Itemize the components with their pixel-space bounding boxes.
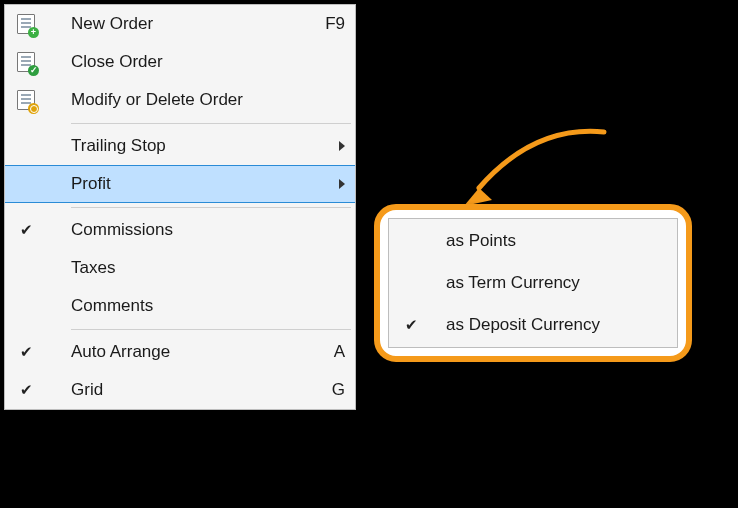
submenu-arrow-icon xyxy=(339,179,345,189)
gear-badge-icon xyxy=(28,103,39,114)
menu-item-label: Comments xyxy=(47,296,345,316)
menu-inner: + New Order F9 ✓ Close Order Modify or D… xyxy=(5,5,355,409)
icon-slot: ✓ xyxy=(5,43,47,81)
check-slot: ✔ xyxy=(5,333,47,371)
menu-item-commissions[interactable]: ✔ Commissions xyxy=(5,211,355,249)
icon-slot xyxy=(5,127,47,165)
check-slot: ✔ xyxy=(390,304,432,346)
check-slot xyxy=(390,220,432,262)
menu-item-profit[interactable]: Profit xyxy=(5,165,355,203)
menu-item-auto-arrange[interactable]: ✔ Auto Arrange A xyxy=(5,333,355,371)
icon-slot xyxy=(5,81,47,119)
menu-item-shortcut: A xyxy=(334,342,345,362)
submenu-item-label: as Points xyxy=(432,231,666,251)
menu-item-shortcut: G xyxy=(332,380,345,400)
checkmark-icon: ✔ xyxy=(405,316,418,334)
context-menu: + New Order F9 ✓ Close Order Modify or D… xyxy=(4,4,356,410)
menu-item-label: Commissions xyxy=(47,220,345,240)
check-slot: ✔ xyxy=(5,371,47,409)
document-check-icon: ✓ xyxy=(17,52,35,72)
menu-item-trailing-stop[interactable]: Trailing Stop xyxy=(5,127,355,165)
check-slot: ✔ xyxy=(5,211,47,249)
menu-item-label: New Order xyxy=(47,14,325,34)
menu-separator xyxy=(5,325,355,333)
callout-border: as Points as Term Currency ✔ as Deposit … xyxy=(374,204,692,362)
menu-item-taxes[interactable]: Taxes xyxy=(5,249,355,287)
plus-badge-icon: + xyxy=(28,27,39,38)
document-gear-icon xyxy=(17,90,35,110)
submenu-item-as-term-currency[interactable]: as Term Currency xyxy=(390,262,676,304)
menu-item-label: Taxes xyxy=(47,258,345,278)
submenu-item-label: as Deposit Currency xyxy=(432,315,666,335)
check-slot xyxy=(390,262,432,304)
profit-submenu: as Points as Term Currency ✔ as Deposit … xyxy=(388,218,678,348)
checkmark-icon: ✔ xyxy=(20,381,33,399)
document-plus-icon: + xyxy=(17,14,35,34)
menu-item-comments[interactable]: Comments xyxy=(5,287,355,325)
profit-submenu-callout: as Points as Term Currency ✔ as Deposit … xyxy=(374,204,692,362)
check-badge-icon: ✓ xyxy=(28,65,39,76)
menu-item-grid[interactable]: ✔ Grid G xyxy=(5,371,355,409)
menu-item-label: Close Order xyxy=(47,52,345,72)
menu-separator xyxy=(5,119,355,127)
menu-item-label: Profit xyxy=(47,174,333,194)
menu-item-new-order[interactable]: + New Order F9 xyxy=(5,5,355,43)
menu-separator xyxy=(5,203,355,211)
submenu-item-as-points[interactable]: as Points xyxy=(390,220,676,262)
icon-slot: + xyxy=(5,5,47,43)
checkmark-icon: ✔ xyxy=(20,343,33,361)
submenu-arrow-icon xyxy=(339,141,345,151)
submenu-item-label: as Term Currency xyxy=(432,273,666,293)
check-slot xyxy=(5,287,47,325)
menu-item-label: Grid xyxy=(47,380,332,400)
checkmark-icon: ✔ xyxy=(20,221,33,239)
icon-slot xyxy=(5,166,47,202)
menu-item-label: Trailing Stop xyxy=(47,136,333,156)
menu-item-shortcut: F9 xyxy=(325,14,345,34)
check-slot xyxy=(5,249,47,287)
menu-item-close-order[interactable]: ✓ Close Order xyxy=(5,43,355,81)
submenu-item-as-deposit-currency[interactable]: ✔ as Deposit Currency xyxy=(390,304,676,346)
menu-item-label: Auto Arrange xyxy=(47,342,334,362)
menu-item-label: Modify or Delete Order xyxy=(47,90,345,110)
menu-item-modify-delete-order[interactable]: Modify or Delete Order xyxy=(5,81,355,119)
